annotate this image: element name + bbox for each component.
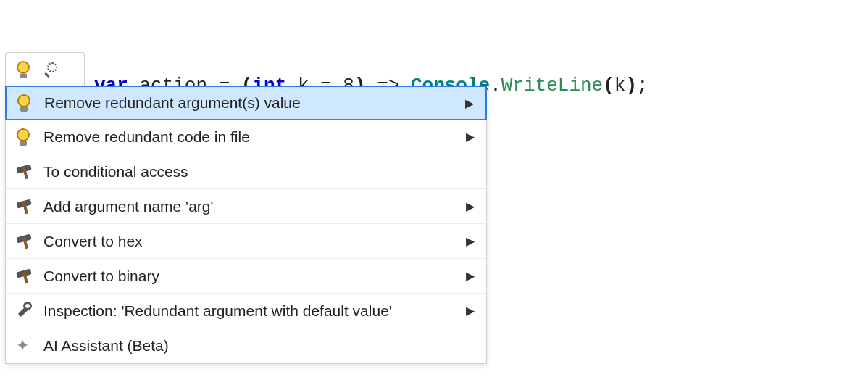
hammer-icon xyxy=(14,199,33,214)
menu-item-ai-assistant[interactable]: ✦ AI Assistant (Beta) xyxy=(6,328,486,363)
submenu-arrow-icon: ▶ xyxy=(466,199,475,213)
menu-item-label: Convert to hex xyxy=(43,233,456,250)
lightbulb-icon xyxy=(14,61,33,78)
menu-item-inspection-redundant-default[interactable]: Inspection: 'Redundant argument with def… xyxy=(6,294,486,328)
submenu-arrow-icon: ▶ xyxy=(466,234,475,248)
menu-item-convert-to-hex[interactable]: Convert to hex ▶ xyxy=(6,224,486,259)
sparkle-icon: ✦ xyxy=(14,338,33,354)
menu-item-label: To conditional access xyxy=(43,163,477,181)
quick-action-gutter[interactable] xyxy=(5,52,85,86)
menu-item-to-conditional-access[interactable]: To conditional access xyxy=(6,154,486,189)
submenu-arrow-icon: ▶ xyxy=(466,130,475,144)
method-writeline: WriteLine xyxy=(501,75,603,96)
find-icon xyxy=(42,61,61,78)
hammer-icon xyxy=(14,165,33,179)
submenu-arrow-icon: ▶ xyxy=(465,96,474,110)
submenu-arrow-icon: ▶ xyxy=(466,269,475,283)
submenu-arrow-icon: ▶ xyxy=(466,304,475,318)
menu-item-label: Add argument name 'arg' xyxy=(43,198,456,215)
hammer-icon xyxy=(14,269,33,283)
lightbulb-icon xyxy=(14,128,33,146)
menu-item-remove-redundant-argument[interactable]: Remove redundant argument(s) value ▶ xyxy=(5,86,487,120)
menu-item-remove-redundant-code-file[interactable]: Remove redundant code in file ▶ xyxy=(6,120,486,154)
menu-item-label: Convert to binary xyxy=(43,268,456,285)
hammer-icon xyxy=(14,234,33,249)
menu-item-label: Inspection: 'Redundant argument with def… xyxy=(43,302,456,320)
menu-item-label: Remove redundant code in file xyxy=(43,128,456,146)
quick-actions-menu: Remove redundant argument(s) value ▶ Rem… xyxy=(5,86,487,364)
menu-item-convert-to-binary[interactable]: Convert to binary ▶ xyxy=(6,259,486,294)
lightbulb-icon xyxy=(15,94,34,112)
wrench-icon xyxy=(14,303,33,319)
menu-item-add-argument-name[interactable]: Add argument name 'arg' ▶ xyxy=(6,189,486,224)
menu-item-label: AI Assistant (Beta) xyxy=(43,337,477,355)
menu-item-label: Remove redundant argument(s) value xyxy=(44,94,455,112)
